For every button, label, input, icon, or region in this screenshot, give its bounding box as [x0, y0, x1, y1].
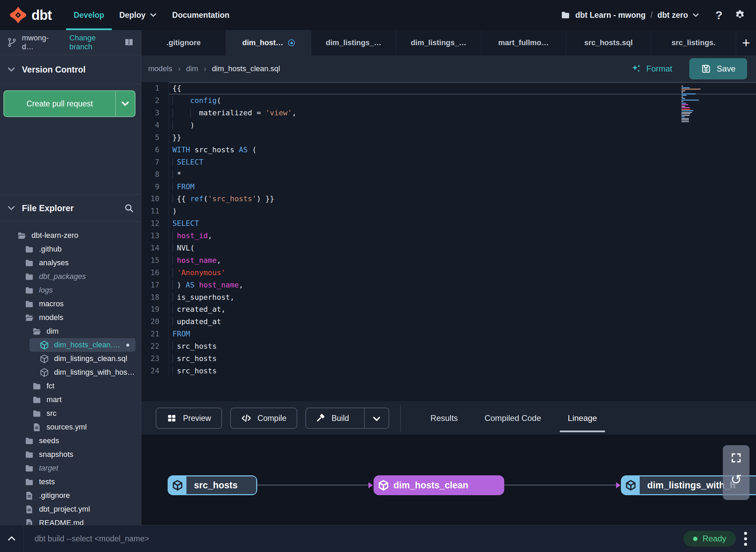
- code-line[interactable]: 15 host_name,: [141, 254, 756, 266]
- lineage-node-dim_hosts_clean[interactable]: dim_hosts_clean: [374, 475, 504, 495]
- folder-icon: [31, 408, 42, 419]
- editor-tab-dim_host[interactable]: dim_host…: [226, 30, 311, 55]
- help-icon[interactable]: ?: [715, 9, 722, 22]
- code-line[interactable]: 12SELECT: [141, 217, 756, 230]
- new-tab-button[interactable]: +: [736, 30, 756, 55]
- chevron-down-icon[interactable]: [692, 11, 700, 19]
- gear-icon[interactable]: [734, 9, 746, 21]
- file-tree-item-mart[interactable]: mart: [0, 393, 135, 407]
- file-tree-item-models[interactable]: models: [0, 311, 135, 324]
- folder-open-icon: [16, 230, 27, 241]
- lineage-node-src_hosts[interactable]: src_hosts: [168, 475, 257, 495]
- nav-item-deploy[interactable]: Deploy: [112, 0, 165, 30]
- file-tree-item-dim_hosts_clean.sql[interactable]: dim_hosts_clean.sql: [29, 338, 135, 352]
- code-line[interactable]: 1{{: [141, 82, 756, 94]
- create-pull-request-label[interactable]: Create pull request: [4, 91, 115, 116]
- lineage-canvas[interactable]: ↺ src_hostsdim_hosts_cleandim_listings_w…: [141, 435, 756, 525]
- command-hint[interactable]: dbt build --select <model_name>: [35, 534, 149, 543]
- file-tree-item-dim_listings_clean.sql[interactable]: dim_listings_clean.sql: [0, 352, 135, 365]
- code-line[interactable]: 8 *: [141, 168, 756, 180]
- toolbar-divider: [400, 405, 401, 432]
- panel-tab-compiled-code[interactable]: Compiled Code: [484, 402, 541, 435]
- dbt-logo[interactable]: dbt: [9, 6, 52, 24]
- code-line[interactable]: 19 created_at,: [141, 303, 756, 316]
- version-control-header[interactable]: Version Control: [0, 55, 141, 84]
- file-tree-item-snapshots[interactable]: snapshots: [0, 448, 135, 461]
- file-tree-item-sources.yml[interactable]: sources.yml: [0, 420, 135, 434]
- code-line[interactable]: 5}}: [141, 131, 756, 144]
- chevron-up-icon[interactable]: [0, 525, 24, 552]
- code-line[interactable]: 3 materialized = 'view',: [141, 107, 756, 119]
- nav-item-develop[interactable]: Develop: [66, 0, 112, 30]
- editor-tab-dim_listings_[interactable]: dim_listings_…: [396, 30, 481, 55]
- file-tree-item-logs[interactable]: logs: [0, 283, 135, 297]
- code-line[interactable]: 11): [141, 205, 756, 217]
- change-branch-link[interactable]: Change branch: [69, 34, 119, 51]
- file-tree-item-dim_listings_with_hosts[interactable]: dim_listings_with_hosts…: [0, 365, 135, 379]
- file-tree-item-README.md[interactable]: README.md: [0, 516, 135, 525]
- code-line[interactable]: 14 NVL(: [141, 242, 756, 254]
- file-tree-item-dbt_packages[interactable]: dbt_packages: [0, 270, 135, 283]
- editor-tab-src_hosts.sql[interactable]: src_hosts.sql: [566, 30, 651, 55]
- file-tree-item-fct[interactable]: fct: [0, 379, 135, 393]
- refresh-icon[interactable]: ↺: [730, 473, 742, 486]
- code-line[interactable]: 17 ) AS host_name,: [141, 279, 756, 291]
- code-line[interactable]: 9 FROM: [141, 180, 756, 193]
- lineage-node-label: src_hosts: [186, 476, 256, 494]
- code-line[interactable]: 2 config(: [141, 94, 756, 107]
- code-line[interactable]: 6WITH src_hosts AS (: [141, 143, 756, 156]
- breadcrumb-separator: /: [650, 11, 652, 20]
- compile-button[interactable]: Compile: [230, 408, 297, 429]
- line-number: 19: [141, 303, 169, 316]
- preview-button[interactable]: Preview: [156, 408, 222, 429]
- file-tree-item-analyses[interactable]: analyses: [0, 256, 135, 270]
- code-line[interactable]: 16 'Anonymous': [141, 266, 756, 279]
- file-explorer-title: File Explorer: [22, 203, 74, 213]
- pull-request-dropdown[interactable]: [115, 91, 135, 116]
- project-selector[interactable]: dbt zero: [657, 11, 688, 20]
- code-line[interactable]: 23 src_hosts: [141, 352, 756, 365]
- editor-tab-dim_listings_[interactable]: dim_listings_…: [311, 30, 396, 55]
- minimap[interactable]: [681, 86, 701, 122]
- file-tree-item-dbt-learn-zero[interactable]: dbt-learn-zero: [0, 229, 135, 242]
- search-icon[interactable]: [124, 203, 134, 213]
- file-tree-item-.github[interactable]: .github: [0, 242, 135, 256]
- file-tree-item-dim[interactable]: dim: [0, 324, 135, 338]
- file-tree-item-target[interactable]: target: [0, 461, 135, 475]
- file-tree-item-tests[interactable]: tests: [0, 475, 135, 489]
- build-dropdown[interactable]: [364, 408, 389, 428]
- kebab-menu-icon[interactable]: [744, 532, 747, 546]
- code-line[interactable]: 10 {{ ref('src_hosts') }}: [141, 193, 756, 205]
- file-tree-item-src[interactable]: src: [0, 407, 135, 420]
- code-line[interactable]: 13 host_id,: [141, 230, 756, 242]
- code-editor[interactable]: 1{{2 config(3 materialized = 'view',4 )5…: [141, 82, 756, 401]
- code-line[interactable]: 21FROM: [141, 328, 756, 340]
- create-pull-request-button[interactable]: Create pull request: [3, 90, 135, 117]
- file-explorer-header[interactable]: File Explorer: [0, 194, 141, 222]
- code-line[interactable]: 22 src_hosts: [141, 340, 756, 352]
- panel-tab-lineage[interactable]: Lineage: [568, 402, 597, 435]
- file-tree-item-.gitignore[interactable]: .gitignore: [0, 489, 135, 502]
- format-button[interactable]: Format: [629, 63, 674, 74]
- file-name: models: [39, 313, 63, 322]
- code-lines[interactable]: 1{{2 config(3 materialized = 'view',4 )5…: [141, 82, 756, 401]
- file-tree-item-seeds[interactable]: seeds: [0, 434, 135, 448]
- editor-tab-.gitignore[interactable]: .gitignore: [141, 30, 226, 55]
- build-button[interactable]: Build: [305, 408, 389, 429]
- panel-tab-results[interactable]: Results: [430, 402, 458, 435]
- editor-tab-src_listings.[interactable]: src_listings.: [651, 30, 736, 55]
- fullscreen-icon[interactable]: [730, 452, 742, 464]
- nav-item-documentation[interactable]: Documentation: [165, 0, 237, 30]
- save-button[interactable]: Save: [689, 58, 747, 79]
- editor-tab-mart_fullmo[interactable]: mart_fullmo…: [481, 30, 566, 55]
- code-line[interactable]: 18 is_superhost,: [141, 291, 756, 303]
- code-line[interactable]: 4 ): [141, 119, 756, 131]
- code-line[interactable]: 24 src_hosts: [141, 364, 756, 377]
- file-tree-item-macros[interactable]: macros: [0, 297, 135, 311]
- code-line[interactable]: 7 SELECT: [141, 156, 756, 168]
- file-tree-item-dbt_project.yml[interactable]: dbt_project.yml: [0, 502, 135, 516]
- account-name[interactable]: dbt Learn - mwong: [575, 11, 646, 20]
- line-number: 15: [141, 254, 169, 266]
- code-line[interactable]: 20 updated_at: [141, 316, 756, 328]
- book-icon[interactable]: [124, 37, 134, 48]
